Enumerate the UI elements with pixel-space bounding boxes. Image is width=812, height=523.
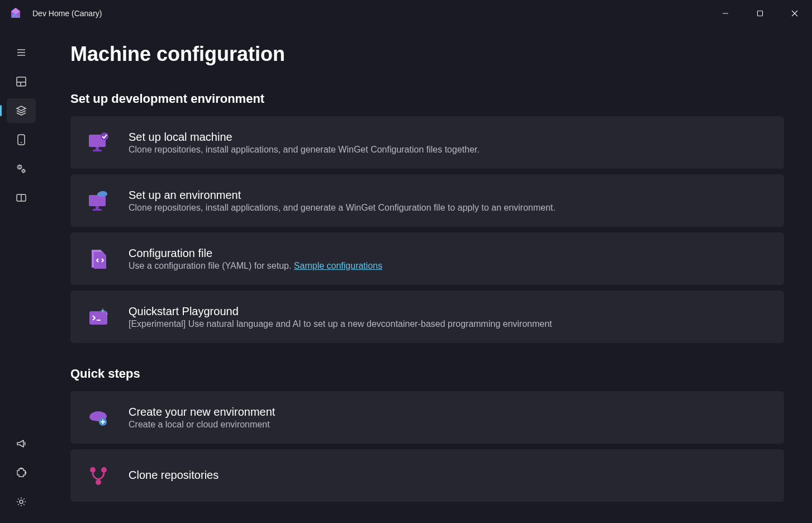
svg-rect-12: [18, 135, 25, 145]
sidebar-dashboard[interactable]: [7, 69, 36, 94]
svg-rect-23: [93, 150, 102, 151]
gears-icon: [16, 163, 27, 174]
card-desc: Use a configuration file (YAML) for setu…: [129, 261, 382, 271]
card-text: Clone repositories: [129, 469, 219, 483]
svg-rect-22: [96, 147, 99, 150]
sidebar-widgets[interactable]: [7, 186, 36, 210]
layers-icon: [16, 105, 27, 116]
card-configuration-file[interactable]: Configuration file Use a configuration f…: [70, 232, 784, 285]
svg-point-34: [90, 467, 96, 473]
card-desc-prefix: Use a configuration file (YAML) for setu…: [129, 261, 294, 270]
maximize-icon: [757, 10, 763, 17]
card-desc: Clone repositories, install applications…: [129, 203, 555, 213]
sidebar-extensions[interactable]: [7, 460, 36, 485]
card-title: Quickstart Playground: [129, 305, 552, 318]
section-header-setup: Set up development environment: [70, 92, 784, 106]
setup-cards: Set up local machine Clone repositories,…: [70, 116, 784, 343]
page-title: Machine configuration: [70, 42, 784, 66]
gear-icon: [16, 496, 27, 507]
dashboard-icon: [16, 76, 27, 87]
svg-point-29: [97, 192, 103, 197]
card-desc: [Experimental] Use natural language and …: [129, 319, 552, 329]
server-icon: [16, 134, 26, 146]
svg-point-36: [96, 479, 101, 485]
monitor-check-icon: [86, 130, 111, 155]
card-setup-environment[interactable]: Set up an environment Clone repositories…: [70, 174, 784, 227]
monitor-cloud-icon: [86, 188, 111, 213]
svg-point-20: [20, 500, 23, 503]
svg-point-13: [21, 142, 22, 143]
close-button[interactable]: [777, 1, 812, 26]
app-icon: [9, 7, 22, 20]
puzzle-icon: [16, 467, 27, 478]
card-create-environment[interactable]: Create your new environment Create a loc…: [70, 391, 784, 444]
sidebar-bottom: [0, 431, 42, 514]
sidebar-top: [0, 40, 42, 210]
svg-point-32: [89, 413, 99, 421]
terminal-sparkle-icon: [86, 305, 111, 329]
branch-icon: [86, 463, 111, 488]
svg-rect-26: [96, 206, 99, 209]
window-controls: [708, 1, 812, 26]
hamburger-icon: [16, 47, 26, 58]
minimize-button[interactable]: [708, 1, 743, 26]
close-icon: [791, 10, 798, 17]
app-title: Dev Home (Canary): [32, 9, 102, 18]
cloud-plus-icon: [86, 405, 111, 430]
titlebar: Dev Home (Canary): [0, 0, 812, 27]
minimize-icon: [722, 10, 729, 17]
card-text: Configuration file Use a configuration f…: [129, 247, 382, 271]
card-desc: Create a local or cloud environment: [129, 420, 275, 430]
svg-point-24: [101, 132, 108, 140]
card-text: Set up an environment Clone repositories…: [129, 189, 555, 213]
sidebar-environments[interactable]: [7, 127, 36, 152]
widgets-icon: [16, 192, 27, 203]
content-area: Machine configuration Set up development…: [42, 27, 812, 523]
card-title: Set up local machine: [129, 131, 479, 144]
sidebar-menu-toggle[interactable]: [7, 40, 36, 65]
svg-point-35: [101, 467, 107, 473]
card-title: Create your new environment: [129, 406, 275, 419]
svg-rect-30: [89, 311, 107, 325]
card-quickstart-playground[interactable]: Quickstart Playground [Experimental] Use…: [70, 291, 784, 343]
svg-rect-0: [13, 15, 15, 17]
maximize-button[interactable]: [743, 1, 777, 26]
card-title: Clone repositories: [129, 469, 219, 482]
section-header-quick: Quick steps: [70, 367, 784, 381]
sidebar-machine-config[interactable]: [7, 98, 36, 123]
card-text: Quickstart Playground [Experimental] Use…: [129, 305, 552, 329]
sidebar: [0, 27, 42, 523]
svg-rect-27: [93, 209, 102, 211]
megaphone-icon: [16, 438, 27, 449]
sample-configurations-link[interactable]: Sample configurations: [294, 261, 382, 270]
svg-rect-25: [89, 195, 106, 206]
sidebar-settings[interactable]: [7, 489, 36, 514]
card-title: Set up an environment: [129, 189, 555, 202]
sidebar-utilities[interactable]: [7, 156, 36, 181]
card-text: Set up local machine Clone repositories,…: [129, 131, 479, 155]
file-code-icon: [86, 246, 111, 271]
card-setup-local-machine[interactable]: Set up local machine Clone repositories,…: [70, 116, 784, 169]
svg-rect-3: [758, 11, 763, 16]
svg-point-17: [23, 170, 24, 172]
card-title: Configuration file: [129, 247, 382, 260]
quick-cards: Create your new environment Create a loc…: [70, 391, 784, 502]
card-text: Create your new environment Create a loc…: [129, 406, 275, 430]
card-clone-repositories[interactable]: Clone repositories: [70, 449, 784, 502]
card-desc: Clone repositories, install applications…: [129, 145, 479, 155]
svg-point-15: [19, 167, 20, 168]
svg-point-1: [16, 16, 18, 17]
sidebar-feedback[interactable]: [7, 431, 36, 456]
titlebar-left: Dev Home (Canary): [9, 7, 102, 20]
main-container: Machine configuration Set up development…: [0, 27, 812, 523]
svg-rect-9: [17, 77, 26, 86]
